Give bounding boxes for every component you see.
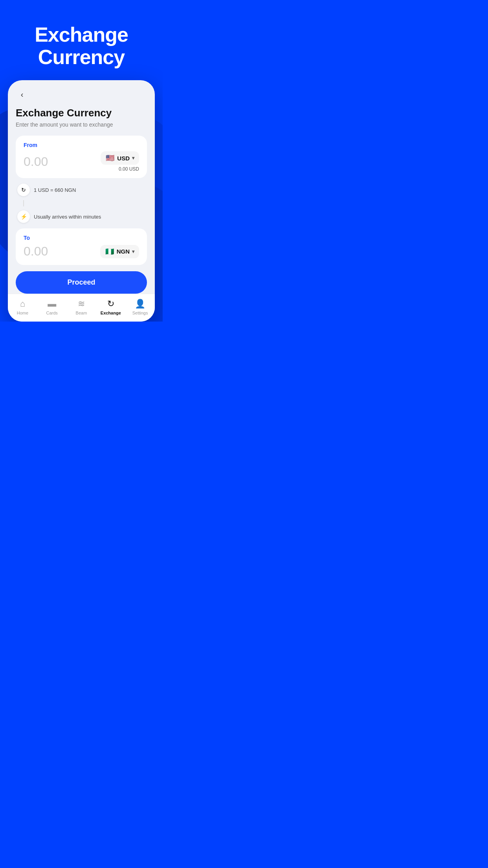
cards-icon: ▬	[48, 299, 56, 309]
from-balance: 0.00 USD	[119, 166, 139, 172]
from-amount[interactable]: 0.00	[24, 154, 48, 169]
back-icon: ‹	[21, 90, 24, 99]
proceed-label: Proceed	[67, 278, 95, 286]
rate-icon-circle: ↻	[17, 184, 30, 196]
ngn-flag-icon: 🇳🇬	[105, 248, 114, 255]
from-chevron-icon: ▾	[132, 155, 134, 161]
nav-beam[interactable]: ≋ Beam	[67, 299, 96, 315]
cards-label: Cards	[46, 311, 58, 315]
rate-info-section: ↻ 1 USD = 660 NGN ⚡ Usually arrives with…	[16, 178, 147, 228]
beam-icon: ≋	[78, 299, 85, 309]
settings-icon: 👤	[135, 299, 145, 309]
to-chevron-icon: ▾	[132, 249, 134, 254]
phone-card: ‹ Exchange Currency Enter the amount you…	[8, 80, 155, 322]
home-icon: ⌂	[20, 299, 25, 309]
page-subtitle: Enter the amount you want to exchange	[16, 121, 147, 128]
home-label: Home	[17, 311, 28, 315]
exchange-label: Exchange	[101, 311, 121, 315]
to-amount[interactable]: 0.00	[24, 244, 48, 259]
from-card: From 0.00 🇺🇸 USD ▾ 0.00 USD	[16, 136, 147, 178]
page-header: Exchange Currency	[0, 0, 163, 80]
rate-icon: ↻	[21, 187, 26, 193]
from-currency-button[interactable]: 🇺🇸 USD ▾	[101, 151, 139, 165]
nav-home[interactable]: ⌂ Home	[8, 299, 37, 315]
header-title-line2: Currency	[38, 46, 125, 68]
nav-settings[interactable]: 👤 Settings	[125, 299, 155, 315]
bolt-icon-circle: ⚡	[17, 210, 30, 223]
proceed-button[interactable]: Proceed	[16, 271, 147, 294]
back-button[interactable]: ‹	[16, 88, 28, 101]
from-currency-code: USD	[117, 155, 130, 162]
arrival-row: ⚡ Usually arrives within minutes	[17, 210, 145, 223]
arrival-text: Usually arrives within minutes	[34, 214, 101, 220]
to-label: To	[24, 235, 139, 241]
from-currency-selector: 🇺🇸 USD ▾ 0.00 USD	[101, 151, 139, 172]
nav-cards[interactable]: ▬ Cards	[37, 299, 67, 315]
beam-label: Beam	[76, 311, 87, 315]
bottom-nav: ⌂ Home ▬ Cards ≋ Beam ↻ Exchange 👤 Setti…	[8, 294, 155, 322]
page-title: Exchange Currency	[16, 107, 147, 119]
to-currency-button[interactable]: 🇳🇬 NGN ▾	[100, 245, 139, 258]
to-currency-selector: 🇳🇬 NGN ▾	[100, 245, 139, 258]
settings-label: Settings	[132, 311, 148, 315]
to-card: To 0.00 🇳🇬 NGN ▾	[16, 228, 147, 265]
bolt-icon: ⚡	[20, 213, 27, 220]
from-label: From	[24, 142, 139, 148]
rate-row: ↻ 1 USD = 660 NGN	[17, 184, 145, 196]
nav-exchange[interactable]: ↻ Exchange	[96, 299, 125, 315]
header-title-line1: Exchange	[35, 23, 128, 46]
exchange-icon: ↻	[107, 299, 114, 309]
usd-flag-icon: 🇺🇸	[105, 154, 115, 162]
divider-line	[23, 200, 24, 206]
rate-text: 1 USD = 660 NGN	[34, 187, 76, 193]
to-currency-code: NGN	[117, 248, 130, 255]
